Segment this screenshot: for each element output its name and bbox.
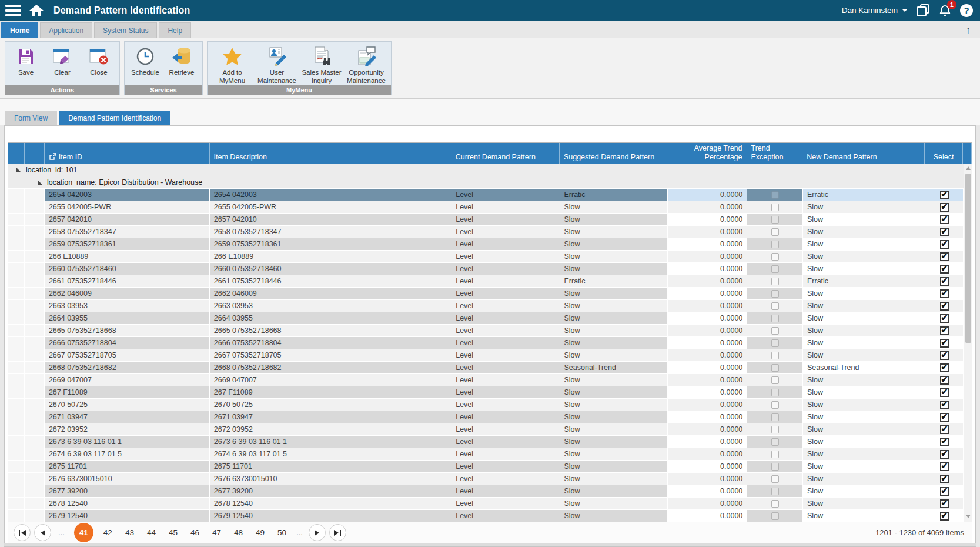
select-checkbox[interactable] — [940, 302, 949, 311]
cell-suggested-pattern[interactable]: Slow — [560, 436, 668, 448]
cell-item-id[interactable]: 2662 046009 — [45, 288, 210, 299]
cell-new-pattern[interactable]: Slow — [803, 399, 925, 411]
cell-item-id[interactable]: 2661 075352718446 — [45, 275, 210, 287]
cell-current-pattern[interactable]: Level — [451, 349, 560, 361]
first-page-button[interactable] — [14, 524, 31, 541]
cell-item-id[interactable]: 2676 63730015010 — [45, 473, 210, 485]
cell-item-description[interactable]: 2657 042010 — [210, 214, 451, 225]
previous-page-button[interactable] — [34, 524, 51, 541]
trend-exception-checkbox[interactable] — [771, 500, 779, 508]
select-checkbox[interactable] — [940, 289, 949, 298]
cell-item-id[interactable]: 2669 047007 — [45, 374, 210, 386]
cell-avg-trend[interactable]: 0.0000 — [668, 201, 748, 213]
cell-avg-trend[interactable]: 0.0000 — [668, 349, 748, 361]
cell-avg-trend[interactable]: 0.0000 — [668, 498, 748, 509]
cell-current-pattern[interactable]: Level — [451, 461, 560, 472]
close-button[interactable]: Close — [82, 44, 116, 77]
cell-current-pattern[interactable]: Level — [451, 275, 560, 287]
trend-exception-checkbox[interactable] — [771, 475, 779, 483]
cell-avg-trend[interactable]: 0.0000 — [668, 275, 748, 287]
scroll-up-icon[interactable] — [966, 166, 971, 170]
table-row[interactable]: 2679 125402679 12540LevelSlow0.0000Slow — [8, 510, 972, 522]
cell-item-description[interactable]: 2675 11701 — [210, 461, 451, 472]
cell-item-description[interactable]: 2655 042005-PWR — [210, 201, 451, 213]
cell-item-id[interactable]: 2679 12540 — [45, 510, 210, 522]
cell-item-description[interactable]: 2666 075352718804 — [210, 337, 451, 349]
cell-suggested-pattern[interactable]: Slow — [560, 473, 668, 485]
cell-new-pattern[interactable]: Erratic — [803, 189, 925, 201]
cell-avg-trend[interactable]: 0.0000 — [668, 423, 748, 435]
cell-current-pattern[interactable]: Level — [451, 263, 560, 275]
cell-new-pattern[interactable]: Slow — [803, 201, 925, 213]
cell-item-id[interactable]: 2660 075352718460 — [45, 263, 210, 275]
cell-current-pattern[interactable]: Level — [451, 238, 560, 250]
cell-new-pattern[interactable]: Slow — [803, 448, 925, 460]
cell-new-pattern[interactable]: Slow — [803, 214, 925, 225]
trend-exception-checkbox[interactable] — [771, 376, 779, 384]
cell-current-pattern[interactable]: Level — [451, 399, 560, 411]
select-checkbox[interactable] — [940, 203, 949, 212]
cell-item-id[interactable]: 2674 6 39 03 117 01 5 — [45, 448, 210, 460]
cell-current-pattern[interactable]: Level — [451, 226, 560, 238]
cell-current-pattern[interactable]: Level — [451, 423, 560, 435]
cell-item-id[interactable]: 2659 075352718361 — [45, 238, 210, 250]
select-checkbox[interactable] — [940, 413, 949, 422]
cell-current-pattern[interactable]: Level — [451, 485, 560, 497]
select-checkbox[interactable] — [940, 487, 949, 496]
cell-avg-trend[interactable]: 0.0000 — [668, 288, 748, 299]
select-checkbox[interactable] — [940, 339, 949, 348]
select-checkbox[interactable] — [940, 240, 949, 249]
cell-new-pattern[interactable]: Slow — [803, 411, 925, 423]
table-row[interactable]: 267 F11089267 F11089LevelSlow0.0000Slow — [8, 386, 972, 399]
table-row[interactable]: 2669 0470072669 047007LevelSlow0.0000Slo… — [8, 374, 972, 386]
cell-new-pattern[interactable]: Slow — [803, 312, 925, 324]
cell-suggested-pattern[interactable]: Erratic — [560, 189, 668, 201]
add-to-mymenu-button[interactable]: Add to MyMenu — [211, 44, 253, 85]
cell-suggested-pattern[interactable]: Slow — [560, 214, 668, 225]
cell-suggested-pattern[interactable]: Slow — [560, 448, 668, 460]
cell-current-pattern[interactable]: Level — [451, 362, 560, 373]
cell-avg-trend[interactable]: 0.0000 — [668, 325, 748, 336]
cell-new-pattern[interactable]: Slow — [803, 263, 925, 275]
cell-avg-trend[interactable]: 0.0000 — [668, 473, 748, 485]
cell-item-description[interactable]: 2654 042003 — [210, 189, 451, 201]
cell-new-pattern[interactable]: Slow — [803, 349, 925, 361]
cell-item-id[interactable]: 2678 12540 — [45, 498, 210, 509]
cell-current-pattern[interactable]: Level — [451, 498, 560, 509]
cell-avg-trend[interactable]: 0.0000 — [668, 436, 748, 448]
cell-avg-trend[interactable]: 0.0000 — [668, 461, 748, 472]
trend-exception-checkbox[interactable] — [771, 413, 779, 421]
trend-exception-checkbox[interactable] — [771, 339, 779, 347]
cell-current-pattern[interactable]: Level — [451, 288, 560, 299]
cell-item-description[interactable]: 2679 12540 — [210, 510, 451, 522]
trend-exception-checkbox[interactable] — [771, 426, 779, 433]
page-number-45[interactable]: 45 — [169, 528, 178, 537]
cell-suggested-pattern[interactable]: Slow — [560, 386, 668, 398]
column-header-avg-trend[interactable]: Average Trend Percentage — [667, 143, 747, 164]
cell-item-description[interactable]: 2659 075352718361 — [210, 238, 451, 250]
cell-item-id[interactable]: 2672 03952 — [45, 423, 210, 435]
cell-suggested-pattern[interactable]: Slow — [560, 263, 668, 275]
cell-new-pattern[interactable]: Slow — [803, 226, 925, 238]
cell-new-pattern[interactable]: Slow — [803, 325, 925, 336]
cell-suggested-pattern[interactable]: Seasonal-Trend — [560, 362, 668, 373]
table-row[interactable]: 2659 0753527183612659 075352718361LevelS… — [8, 238, 972, 251]
select-checkbox[interactable] — [940, 326, 949, 335]
cell-current-pattern[interactable]: Level — [451, 337, 560, 349]
cell-item-id[interactable]: 2677 39200 — [45, 485, 210, 497]
column-header-trend-exception[interactable]: Trend Exception — [747, 143, 803, 164]
cell-item-description[interactable]: 2674 6 39 03 117 01 5 — [210, 448, 451, 460]
cell-item-id[interactable]: 2668 075352718682 — [45, 362, 210, 373]
cell-suggested-pattern[interactable]: Slow — [560, 349, 668, 361]
cell-suggested-pattern[interactable]: Slow — [560, 399, 668, 411]
cell-suggested-pattern[interactable]: Slow — [560, 510, 668, 522]
save-button[interactable]: Save — [9, 44, 43, 77]
cell-current-pattern[interactable]: Level — [451, 448, 560, 460]
cell-new-pattern[interactable]: Erratic — [803, 275, 925, 287]
cell-item-description[interactable]: 2670 50725 — [210, 399, 451, 411]
trend-exception-checkbox[interactable] — [771, 191, 779, 199]
cell-item-description[interactable]: 2658 075352718347 — [210, 226, 451, 238]
group-row[interactable]: location_id: 101 — [8, 164, 972, 176]
cell-suggested-pattern[interactable]: Slow — [560, 374, 668, 386]
select-checkbox[interactable] — [940, 265, 949, 274]
